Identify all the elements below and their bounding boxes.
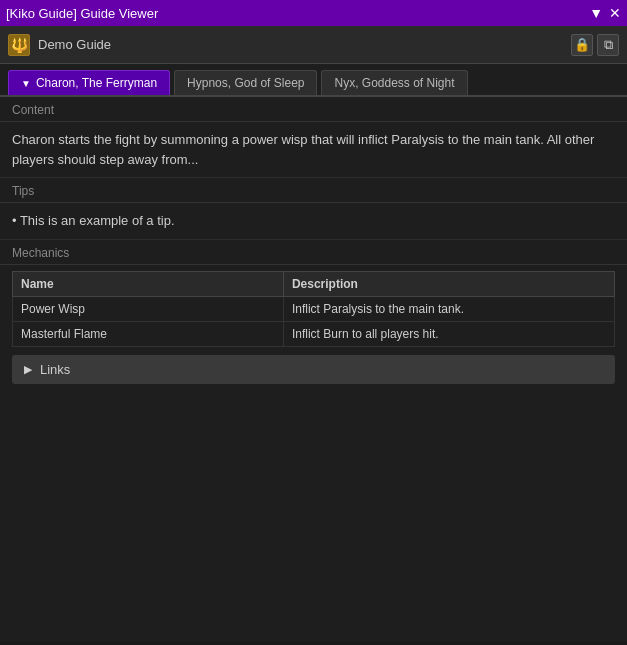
col-header-description: Description — [283, 271, 614, 296]
content-section-header: Content — [0, 97, 627, 122]
mechanics-section-header: Mechanics — [0, 240, 627, 265]
mechanics-table: Name Description Power Wisp Inflict Para… — [12, 271, 615, 347]
col-header-name: Name — [13, 271, 284, 296]
row1-name: Power Wisp — [13, 296, 284, 321]
tab-hypnos-label: Hypnos, God of Sleep — [187, 76, 304, 90]
tips-section-header: Tips — [0, 178, 627, 203]
close-button[interactable]: ✕ — [609, 5, 621, 21]
links-play-icon: ▶ — [24, 363, 32, 376]
links-label: Links — [40, 362, 70, 377]
table-row: Power Wisp Inflict Paralysis to the main… — [13, 296, 615, 321]
main-content: Content Charon starts the fight by summo… — [0, 97, 627, 642]
table-row: Masterful Flame Inflict Burn to all play… — [13, 321, 615, 346]
row2-desc: Inflict Burn to all players hit. — [283, 321, 614, 346]
row2-name: Masterful Flame — [13, 321, 284, 346]
row1-desc: Inflict Paralysis to the main tank. — [283, 296, 614, 321]
tips-text: • This is an example of a tip. — [0, 203, 627, 240]
tabs-bar: ▼ Charon, The Ferryman Hypnos, God of Sl… — [0, 64, 627, 97]
guide-icon-symbol: 🔱 — [11, 37, 28, 53]
links-section: ▶ Links — [12, 355, 615, 384]
collapse-button[interactable]: ▼ — [589, 5, 603, 21]
window-button[interactable]: ⧉ — [597, 34, 619, 56]
lock-button[interactable]: 🔒 — [571, 34, 593, 56]
title-bar: [Kiko Guide] Guide Viewer ▼ ✕ — [0, 0, 627, 26]
lock-icon: 🔒 — [574, 37, 590, 52]
title-buttons: ▼ ✕ — [583, 5, 621, 21]
toolbar: 🔱 Demo Guide 🔒 ⧉ — [0, 26, 627, 64]
tab-chevron-icon: ▼ — [21, 78, 31, 89]
tab-nyx[interactable]: Nyx, Goddess of Night — [321, 70, 467, 95]
guide-icon: 🔱 — [8, 34, 30, 56]
window-icon: ⧉ — [604, 37, 613, 53]
tab-hypnos[interactable]: Hypnos, God of Sleep — [174, 70, 317, 95]
content-text: Charon starts the fight by summoning a p… — [0, 122, 627, 178]
title-text: [Kiko Guide] Guide Viewer — [6, 6, 158, 21]
tab-nyx-label: Nyx, Goddess of Night — [334, 76, 454, 90]
tab-charon-label: Charon, The Ferryman — [36, 76, 157, 90]
links-toggle[interactable]: ▶ Links — [12, 355, 615, 384]
guide-title: Demo Guide — [38, 37, 567, 52]
tab-charon[interactable]: ▼ Charon, The Ferryman — [8, 70, 170, 95]
